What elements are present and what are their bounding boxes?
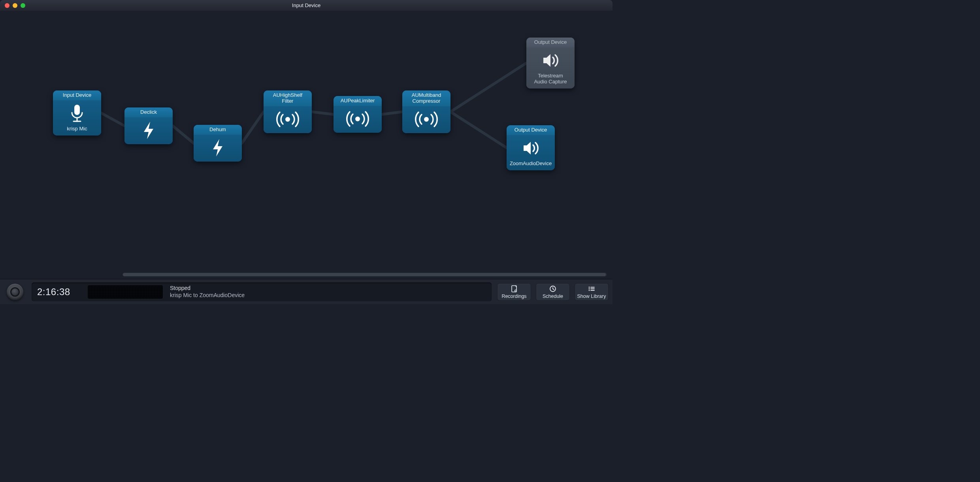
- status-line-2: krisp Mic to ZoomAudioDevice: [170, 292, 245, 299]
- node-subtitle: ZoomAudioDevice: [509, 160, 552, 166]
- node-body: ZoomAudioDevice: [507, 135, 555, 170]
- speaker-icon: [519, 138, 543, 158]
- window-title: Input Device: [0, 2, 612, 8]
- titlebar[interactable]: Input Device: [0, 0, 612, 11]
- waves-icon: [276, 109, 300, 129]
- footer-button-label: Recordings: [499, 294, 529, 299]
- node-body: [402, 106, 450, 133]
- showlibrary-button[interactable]: Show Library: [575, 283, 609, 301]
- doc-file-icon: [510, 285, 518, 292]
- footer-actions: RecordingsScheduleShow Library: [497, 283, 609, 301]
- node-title: Declick: [124, 107, 173, 117]
- status-line-1: Stopped: [170, 285, 245, 292]
- status-panel: 2:16:38 Stopped krisp Mic to ZoomAudioDe…: [32, 282, 492, 301]
- bolt-icon: [206, 138, 230, 158]
- node-body: [334, 106, 382, 133]
- node-title: AUHighShelf Filter: [264, 90, 312, 106]
- horizontal-scrollbar[interactable]: [122, 273, 607, 277]
- node-title: Output Device: [526, 38, 575, 47]
- waves-icon: [415, 109, 438, 129]
- status-text: Stopped krisp Mic to ZoomAudioDevice: [170, 285, 245, 299]
- node-title: Input Device: [53, 90, 101, 100]
- schedule-button[interactable]: Schedule: [536, 283, 570, 301]
- node-out1[interactable]: Output DeviceTelestream Audio Capture: [526, 38, 575, 88]
- footer-button-label: Schedule: [538, 294, 568, 299]
- node-dehum[interactable]: Dehum: [194, 125, 242, 162]
- svg-line-2: [242, 112, 264, 143]
- node-title: Dehum: [194, 125, 242, 135]
- svg-line-3: [312, 112, 334, 115]
- node-input[interactable]: Input Devicekrisp Mic: [53, 90, 101, 136]
- list-icon: [588, 285, 596, 292]
- pipeline-canvas[interactable]: Input Devicekrisp MicDeclickDehumAUHighS…: [0, 11, 612, 279]
- footer-button-label: Show Library: [577, 294, 607, 299]
- scrollbar-thumb[interactable]: [123, 273, 606, 276]
- node-title: AUMultiband Compressor: [402, 90, 450, 106]
- node-body: [264, 106, 312, 133]
- node-subtitle: Telestream Audio Capture: [529, 73, 572, 85]
- node-hishelf[interactable]: AUHighShelf Filter: [264, 90, 312, 133]
- footer-bar: 2:16:38 Stopped krisp Mic to ZoomAudioDe…: [0, 279, 612, 304]
- node-title: AUPeakLimiter: [334, 96, 382, 106]
- svg-line-1: [173, 126, 194, 143]
- record-button[interactable]: [7, 284, 23, 300]
- recordings-button[interactable]: Recordings: [497, 283, 531, 301]
- node-title: Output Device: [507, 125, 555, 135]
- timecode: 2:16:38: [37, 286, 81, 297]
- svg-line-6: [450, 112, 507, 148]
- speaker-grille-icon: [88, 285, 163, 299]
- bolt-icon: [137, 120, 160, 140]
- svg-line-4: [382, 112, 402, 115]
- node-subtitle: krisp Mic: [55, 126, 99, 132]
- node-body: [194, 135, 242, 162]
- svg-line-5: [450, 63, 526, 111]
- node-peak[interactable]: AUPeakLimiter: [334, 96, 382, 133]
- node-body: Telestream Audio Capture: [526, 47, 575, 88]
- node-body: [124, 117, 173, 144]
- node-multi[interactable]: AUMultiband Compressor: [402, 90, 450, 133]
- app-window: Input Device Input Devicekrisp MicDeclic…: [0, 0, 612, 304]
- clock-icon: [549, 285, 557, 292]
- speaker-icon: [539, 51, 562, 70]
- waves-icon: [346, 109, 369, 129]
- node-declick[interactable]: Declick: [124, 107, 173, 144]
- node-body: krisp Mic: [53, 100, 101, 136]
- node-out2[interactable]: Output DeviceZoomAudioDevice: [507, 125, 555, 170]
- svg-line-0: [101, 113, 124, 126]
- mic-icon: [65, 104, 89, 123]
